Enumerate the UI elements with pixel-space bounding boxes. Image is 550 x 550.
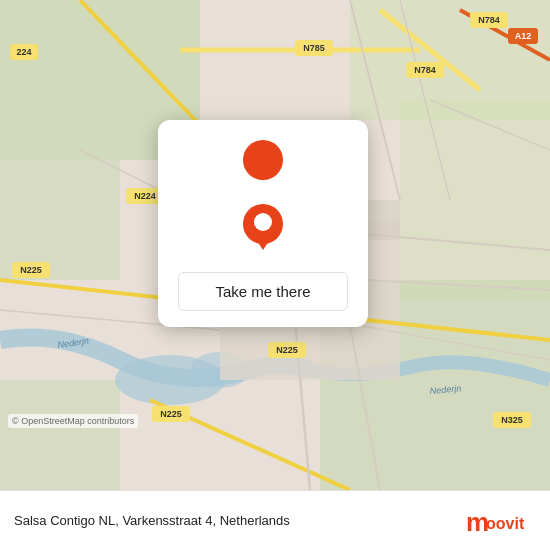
svg-text:N784: N784	[414, 65, 436, 75]
svg-text:N225: N225	[20, 265, 42, 275]
svg-text:N785: N785	[303, 43, 325, 53]
svg-text:N784: N784	[478, 15, 500, 25]
svg-rect-4	[400, 100, 550, 300]
svg-text:oovit: oovit	[486, 515, 525, 532]
svg-rect-6	[0, 380, 120, 490]
svg-text:N325: N325	[501, 415, 523, 425]
svg-text:N225: N225	[160, 409, 182, 419]
location-pin-icon	[238, 198, 288, 258]
copyright-text: © OpenStreetMap contributors	[8, 414, 138, 428]
take-me-there-button[interactable]: Take me there	[178, 272, 348, 311]
moovit-logo: m oovit	[466, 505, 536, 537]
map-container: N784 N785 N784 A12 224 N224 N225 N225 N2…	[0, 0, 550, 490]
location-info: Salsa Contigo NL, Varkensstraat 4, Nethe…	[14, 513, 290, 528]
bottom-bar: Salsa Contigo NL, Varkensstraat 4, Nethe…	[0, 490, 550, 550]
svg-text:N225: N225	[276, 345, 298, 355]
moovit-logo-svg: m oovit	[466, 505, 536, 537]
location-name: Salsa Contigo NL, Varkensstraat 4, Nethe…	[14, 513, 290, 528]
location-pin-icon	[236, 140, 290, 194]
svg-text:A12: A12	[515, 31, 532, 41]
popup-card: Take me there	[158, 120, 368, 327]
svg-text:224: 224	[16, 47, 31, 57]
svg-point-52	[254, 213, 272, 231]
svg-text:N224: N224	[134, 191, 156, 201]
